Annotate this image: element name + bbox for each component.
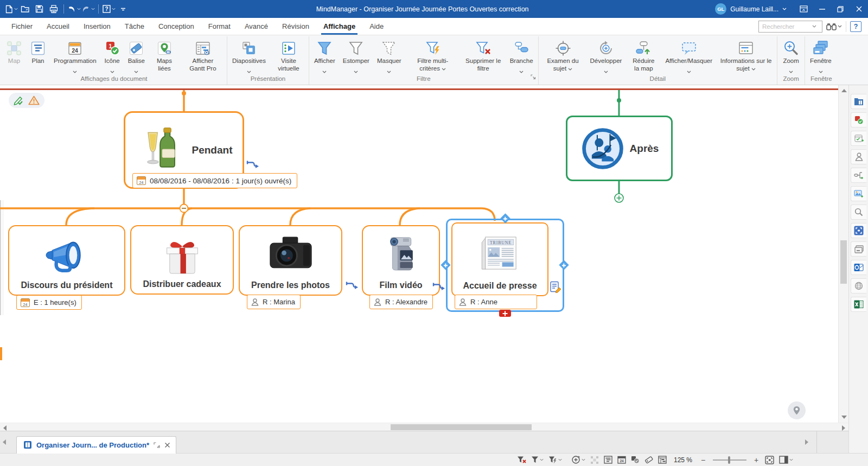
topic-notes-icon[interactable] <box>550 281 561 295</box>
map-pin-button[interactable] <box>788 401 806 419</box>
topic-cadeaux[interactable]: Distribuer cadeaux <box>130 225 234 295</box>
ribbon-button-gantt-pro[interactable]: Afficher Gantt Pro <box>180 36 226 72</box>
ribbon-button-informations-sujet[interactable]: Informations sur le sujet <box>716 36 776 72</box>
topic-apres[interactable]: Après <box>566 116 673 181</box>
map-canvas[interactable]: Pendant 24 08/08/2016 - 08/08/2016 : 1 j… <box>0 85 838 423</box>
excel-pane-button[interactable] <box>851 297 866 312</box>
icon-markers-pane-button[interactable] <box>851 112 866 127</box>
ribbon-button-visite-virtuelle[interactable]: Visite virtuelle <box>270 36 308 72</box>
print-button[interactable] <box>47 3 60 16</box>
ribbon-button-masquer[interactable]: Masquer <box>373 36 405 69</box>
web-pane-button[interactable] <box>851 278 866 293</box>
restore-button[interactable] <box>831 0 850 18</box>
ribbon-button-reduire-map[interactable]: Réduire la map <box>626 36 661 72</box>
undo-button[interactable] <box>67 3 81 16</box>
status-filter-button[interactable] <box>531 456 544 464</box>
map-parts-pane-button[interactable] <box>851 168 866 183</box>
zoom-slider[interactable] <box>713 459 746 461</box>
dialog-launcher-button[interactable] <box>531 72 536 82</box>
redo-button[interactable] <box>81 3 95 16</box>
ribbon-button-diapositives[interactable]: Diapositives <box>228 36 270 69</box>
ribbon-button-estomper[interactable]: Estomper <box>339 36 373 69</box>
topic-photos[interactable]: Prendre les photos <box>239 225 342 296</box>
ribbon-button-maps-liees[interactable]: Maps liées <box>149 36 180 72</box>
tab-format[interactable]: Format <box>201 18 238 35</box>
scroll-down-arrow[interactable] <box>841 416 847 419</box>
ribbon-button-afficher-masquer[interactable]: Afficher/Masquer <box>661 36 716 69</box>
tabs-scroll-right-button[interactable] <box>802 439 811 445</box>
status-power-filter-button[interactable] <box>548 456 562 464</box>
vertical-scrollbar[interactable] <box>838 85 848 423</box>
photos-resource-tag[interactable]: R : Marina <box>247 295 301 309</box>
relationship-icon[interactable] <box>432 282 445 294</box>
topic-film[interactable]: Film vidéo <box>362 225 440 296</box>
zoom-out-button[interactable]: − <box>699 456 707 464</box>
vertical-scroll-thumb[interactable] <box>840 240 847 284</box>
ribbon-button-balise[interactable]: Balise <box>124 36 149 69</box>
status-remove-filter-button[interactable] <box>517 456 526 464</box>
ribbon-button-map[interactable]: Map <box>2 36 26 65</box>
status-outline-view-button[interactable] <box>604 456 612 464</box>
topic-presse[interactable]: TRIBUNE Accueil de presse <box>451 222 548 296</box>
scroll-left-arrow[interactable] <box>3 425 7 431</box>
search-input[interactable] <box>762 23 812 30</box>
horizontal-scroll-thumb[interactable] <box>391 424 532 430</box>
discours-effort-tag[interactable]: 24 E : 1 heure(s) <box>16 295 82 310</box>
zoom-slider-thumb[interactable] <box>728 456 730 464</box>
ribbon-button-zoom[interactable]: Zoom <box>778 36 803 69</box>
zoom-in-button[interactable]: + <box>752 456 760 464</box>
ribbon-button-supprimer-filtre[interactable]: Supprimer le filtre <box>461 36 506 72</box>
ribbon-button-developper[interactable]: Développer <box>586 36 626 69</box>
status-icons-view-button[interactable] <box>631 456 640 464</box>
ribbon-display-options-button[interactable] <box>794 0 813 18</box>
search-box[interactable] <box>758 21 822 33</box>
scroll-up-arrow[interactable] <box>841 89 847 92</box>
resources-pane-button[interactable] <box>851 149 866 164</box>
ribbon-button-examen-sujet[interactable]: Examen du sujet <box>540 36 586 72</box>
relationship-icon[interactable] <box>346 281 358 293</box>
close-tab-icon[interactable] <box>164 442 170 448</box>
snippets-pane-button[interactable] <box>851 241 866 257</box>
horizontal-scrollbar[interactable] <box>0 423 848 431</box>
fit-map-pane-button[interactable] <box>851 223 866 238</box>
tab-affichage[interactable]: Affichage <box>316 18 362 35</box>
images-pane-button[interactable] <box>851 186 866 201</box>
topic-discours[interactable]: Discours du président <box>8 225 125 296</box>
tab-insertion[interactable]: Insertion <box>76 18 118 35</box>
account-menu[interactable]: GL Guillaume Laill... <box>715 3 787 15</box>
tab-aide[interactable]: Aide <box>362 18 391 35</box>
fit-map-button[interactable] <box>765 456 774 464</box>
film-resource-tag[interactable]: R : Alexandre <box>369 295 433 309</box>
tab-fichier[interactable]: Fichier <box>4 18 40 35</box>
save-button[interactable] <box>33 3 46 16</box>
customize-toolbar-button[interactable] <box>116 3 130 16</box>
presse-resource-tag[interactable]: R : Anne <box>455 295 537 309</box>
open-button[interactable] <box>18 3 32 16</box>
pendant-date-label[interactable]: 24 08/08/2016 - 08/08/2016 : 1 jour(s) o… <box>132 173 297 188</box>
relationship-icon[interactable] <box>246 160 259 172</box>
tab-revision[interactable]: Révision <box>275 18 316 35</box>
tab-accueil[interactable]: Accueil <box>40 18 76 35</box>
status-expand-button[interactable] <box>571 455 585 464</box>
help-pane-button[interactable]: ? <box>850 21 861 32</box>
chevron-down-icon[interactable] <box>812 25 816 28</box>
status-tags-view-button[interactable] <box>644 456 653 464</box>
library-pane-button[interactable] <box>851 94 866 109</box>
help-button[interactable]: ? <box>102 3 116 16</box>
outlook-pane-button[interactable] <box>851 260 866 275</box>
ribbon-button-branche[interactable]: Branche <box>506 36 537 69</box>
new-document-button[interactable] <box>4 3 18 16</box>
status-map-view-button[interactable] <box>590 456 599 464</box>
float-tab-icon[interactable] <box>154 442 160 448</box>
ribbon-button-plan[interactable]: Plan <box>26 36 50 65</box>
search-pane-button[interactable] <box>851 205 866 220</box>
find-button[interactable] <box>826 22 842 31</box>
panels-button[interactable] <box>779 456 793 464</box>
ribbon-button-icone[interactable]: 1 Icône <box>100 36 124 69</box>
close-button[interactable] <box>850 0 868 18</box>
minimize-button[interactable] <box>813 0 831 18</box>
status-schedule-view-button[interactable]: 24 <box>617 456 626 464</box>
scroll-right-arrow[interactable] <box>842 425 845 431</box>
document-tab[interactable]: Organiser Journ... de Production* <box>16 436 176 454</box>
ribbon-button-fenetre[interactable]: Fenêtre <box>806 36 835 69</box>
